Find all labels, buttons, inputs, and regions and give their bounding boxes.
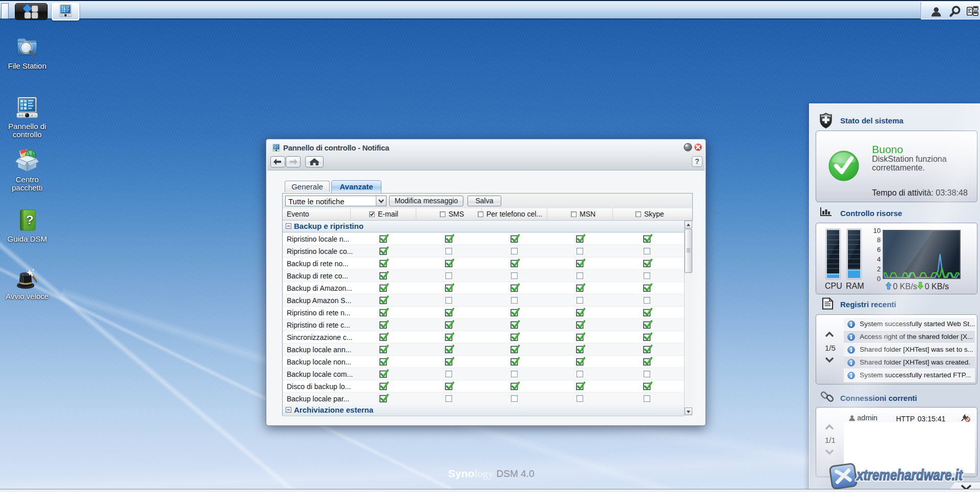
svg-text:?: ? (26, 213, 34, 227)
svg-text:xtremehardware.it: xtremehardware.it (856, 467, 963, 483)
